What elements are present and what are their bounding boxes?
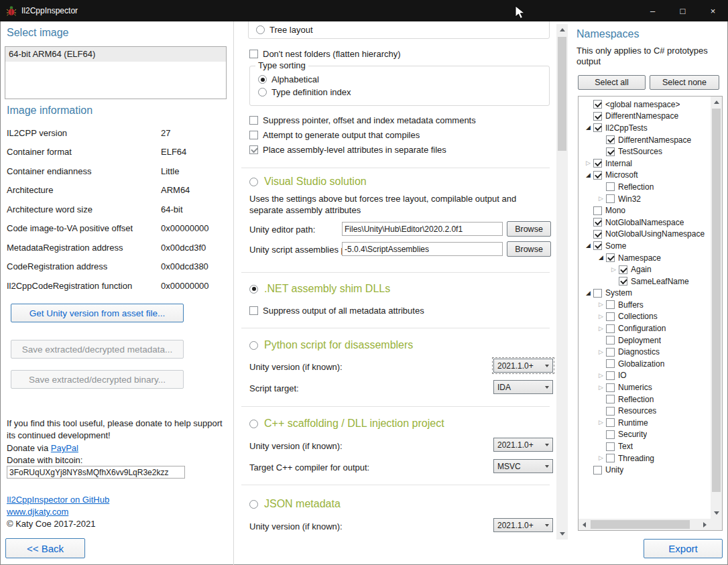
namespace-tree-item[interactable]: Mono (579, 204, 711, 216)
paypal-link[interactable]: PayPal (51, 443, 78, 453)
namespace-checkbox[interactable] (593, 230, 602, 239)
namespace-checkbox[interactable] (606, 147, 615, 156)
bitcoin-address-input[interactable] (7, 466, 185, 479)
namespace-tree-item[interactable]: Unity (579, 464, 711, 476)
scroll-right-arrow[interactable] (699, 519, 711, 530)
namespace-checkbox[interactable] (606, 454, 615, 462)
scroll-up-arrow[interactable] (711, 97, 722, 108)
namespace-tree-item[interactable]: Security (579, 429, 711, 441)
namespace-tree-item[interactable]: ◢Some (579, 240, 711, 252)
namespace-checkbox[interactable] (593, 466, 602, 475)
maximize-button[interactable]: □ (668, 0, 698, 21)
namespace-checkbox[interactable] (593, 159, 602, 168)
namespace-checkbox[interactable] (606, 135, 615, 144)
namespace-checkbox[interactable] (606, 194, 615, 203)
type-definition-index-option[interactable]: Type definition index (258, 87, 351, 97)
python-script-radio[interactable] (249, 341, 258, 350)
shim-dlls-radio[interactable] (249, 285, 258, 294)
vs-solution-option[interactable]: Visual Studio solution (249, 176, 367, 188)
flatten-option[interactable]: Don't nest folders (flatten hierarchy) (249, 49, 401, 59)
namespace-tree-item[interactable]: NotGlobalUsingNamespace (579, 229, 711, 241)
namespace-tree-item[interactable]: ◢System (579, 288, 711, 300)
unity-editor-path-browse-button[interactable]: Browse (507, 221, 551, 237)
back-button[interactable]: << Back (5, 538, 85, 558)
expand-icon[interactable]: ▷ (596, 314, 606, 320)
namespace-checkbox[interactable] (606, 300, 615, 309)
namespace-checkbox[interactable] (593, 289, 602, 298)
namespace-tree-item[interactable]: ▷Numerics (579, 381, 711, 393)
namespace-tree-item[interactable]: <global namespace> (579, 99, 711, 111)
scroll-down-arrow[interactable] (711, 507, 722, 519)
cpp-project-option[interactable]: C++ scaffolding / DLL injection project (249, 418, 444, 430)
namespace-checkbox[interactable] (593, 218, 602, 227)
compilable-output-option[interactable]: Attempt to generate output that compiles (249, 130, 420, 140)
namespace-checkbox[interactable] (606, 359, 615, 368)
scroll-up-arrow[interactable] (556, 24, 568, 36)
expand-icon[interactable]: ▷ (596, 302, 606, 308)
namespace-checkbox[interactable] (593, 123, 602, 132)
expand-icon[interactable]: ▷ (596, 455, 606, 461)
namespace-tree-item[interactable]: ▷Threading (579, 452, 711, 464)
namespace-checkbox[interactable] (606, 324, 615, 333)
json-unity-version-combo[interactable]: 2021.1.0+ (493, 518, 553, 532)
tree-layout-radio[interactable] (256, 25, 265, 34)
github-link[interactable]: Il2CppInspector on GitHub (7, 495, 109, 505)
separate-attributes-checkbox[interactable] (249, 145, 258, 154)
separate-attributes-option[interactable]: Place assembly-level attributes in separ… (249, 145, 446, 155)
namespace-checkbox[interactable] (593, 171, 602, 180)
expand-icon[interactable]: ▷ (596, 420, 606, 426)
collapse-icon[interactable]: ◢ (583, 172, 593, 178)
suppress-metadata-option[interactable]: Suppress output of all metadata attribut… (249, 306, 424, 316)
namespace-checkbox[interactable] (606, 253, 615, 262)
cpp-unity-version-combo[interactable]: 2021.1.0+ (493, 438, 553, 452)
expand-icon[interactable]: ▷ (583, 160, 593, 166)
namespace-tree-item[interactable]: Reflection (579, 393, 711, 405)
namespace-tree-item[interactable]: ▷Configuration (579, 322, 711, 334)
namespace-checkbox[interactable] (606, 312, 615, 321)
json-metadata-option[interactable]: JSON metadata (249, 498, 341, 510)
middle-scrollbar-thumb[interactable] (558, 37, 566, 151)
namespace-tree-item[interactable]: DifferentNamespace (579, 111, 711, 123)
json-metadata-radio[interactable] (249, 500, 258, 509)
namespace-tree-item[interactable]: NotGlobalNamespace (579, 216, 711, 229)
namespace-tree-item[interactable]: ◢Namespace (579, 252, 711, 264)
alphabetical-radio[interactable] (258, 75, 267, 84)
script-assemblies-browse-button[interactable]: Browse (507, 241, 551, 257)
namespace-checkbox[interactable] (606, 418, 615, 427)
namespace-tree-item[interactable]: ▷Again (579, 263, 711, 275)
namespace-tree-item[interactable]: Text (579, 440, 711, 452)
select-none-button[interactable]: Select none (650, 75, 719, 90)
namespace-tree-item[interactable]: Reflection (579, 181, 711, 193)
suppress-comments-option[interactable]: Suppress pointer, offset and index metad… (249, 115, 476, 125)
namespace-checkbox[interactable] (606, 371, 615, 380)
namespace-checkbox[interactable] (606, 407, 615, 416)
get-unity-version-button[interactable]: Get Unity version from asset file... (11, 304, 184, 322)
namespace-checkbox[interactable] (606, 430, 615, 439)
tree-horizontal-scrollbar[interactable] (579, 519, 711, 530)
namespace-checkbox[interactable] (606, 442, 615, 451)
unity-editor-path-input[interactable] (342, 222, 503, 236)
namespace-checkbox[interactable] (593, 100, 602, 109)
website-link[interactable]: www.djkaty.com (7, 507, 68, 517)
middle-scrollbar[interactable] (556, 24, 568, 540)
collapse-icon[interactable]: ◢ (583, 290, 593, 296)
suppress-comments-checkbox[interactable] (249, 116, 258, 125)
python-unity-version-combo[interactable]: 2021.1.0+ (493, 359, 553, 373)
suppress-metadata-checkbox[interactable] (249, 306, 258, 315)
namespace-tree-item[interactable]: Globalization (579, 358, 711, 370)
tree-layout-option[interactable]: Tree layout (256, 25, 313, 35)
namespace-checkbox[interactable] (606, 336, 615, 344)
namespace-tree-item[interactable]: TestSources (579, 145, 711, 158)
namespace-tree-item[interactable]: ▷Runtime (579, 417, 711, 429)
namespace-checkbox[interactable] (619, 265, 627, 274)
export-button[interactable]: Export (644, 539, 723, 558)
cpp-project-radio[interactable] (249, 420, 258, 428)
namespace-tree-item[interactable]: ▷Buffers (579, 299, 711, 311)
collapse-icon[interactable]: ◢ (583, 243, 593, 249)
cpp-compiler-combo[interactable]: MSVC (493, 459, 553, 473)
vs-solution-radio[interactable] (249, 178, 258, 186)
close-button[interactable]: × (698, 0, 728, 21)
save-metadata-button[interactable]: Save extracted/decrypted metadata... (11, 340, 184, 359)
script-target-combo[interactable]: IDA (493, 380, 553, 394)
namespace-tree-item[interactable]: Deployment (579, 334, 711, 347)
